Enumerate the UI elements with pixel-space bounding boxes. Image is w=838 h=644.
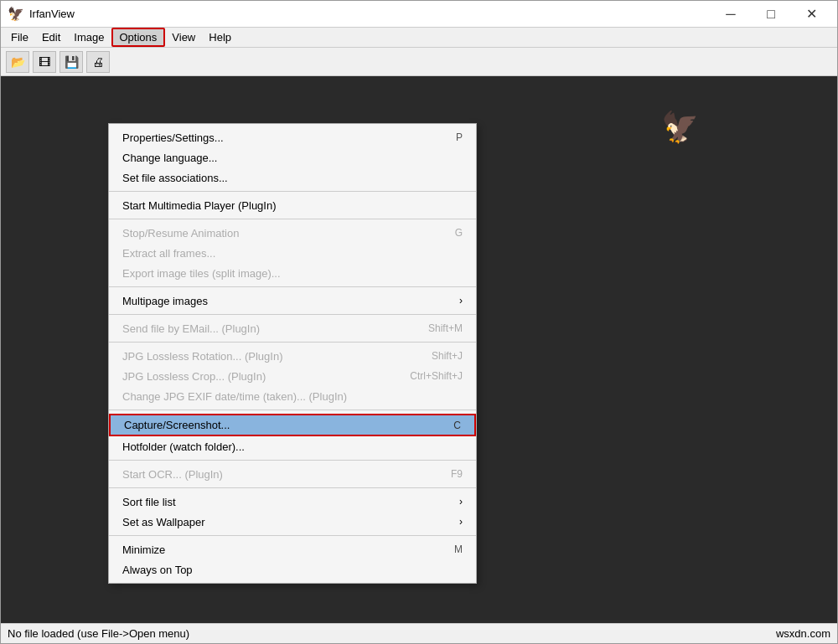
menu-sort-list[interactable]: Sort file list ›	[109, 492, 476, 512]
window-controls: ─ □ ✕	[711, 1, 830, 28]
wallpaper-arrow: ›	[459, 516, 463, 528]
separator-2	[109, 219, 476, 219]
status-right: wsxdn.com	[776, 627, 830, 640]
status-text: No file loaded (use File->Open menu)	[8, 627, 189, 640]
filmstrip-button[interactable]: 🎞	[33, 51, 56, 73]
sort-list-arrow: ›	[459, 496, 463, 507]
menu-send-email: Send file by EMail... (PlugIn) Shift+M	[109, 318, 476, 338]
status-bar: No file loaded (use File->Open menu) wsx…	[1, 623, 837, 643]
print-button[interactable]: 🖨	[86, 51, 110, 73]
irfanview-logo: 🦅	[661, 110, 703, 152]
menu-hotfolder[interactable]: Hotfolder (watch folder)...	[109, 436, 476, 456]
separator-5	[109, 342, 476, 343]
menu-always-top[interactable]: Always on Top	[109, 559, 476, 580]
app-icon: 🦅	[8, 6, 24, 23]
open-button[interactable]: 📂	[6, 51, 29, 73]
menu-file-associations[interactable]: Set file associations...	[109, 167, 476, 188]
minimize-button[interactable]: ─	[711, 1, 750, 28]
title-bar: 🦅 IrfanView ─ □ ✕	[1, 1, 837, 28]
dropdown-menu: Properties/Settings... P Change language…	[108, 123, 477, 584]
menu-multipage[interactable]: Multipage images ›	[109, 291, 476, 311]
menu-bar: File Edit Image Options View Help	[1, 28, 837, 48]
menu-multimedia[interactable]: Start Multimedia Player (PlugIn)	[109, 195, 476, 215]
app-window: 🦅 IrfanView ─ □ ✕ File Edit Image Option…	[0, 0, 838, 644]
menu-image[interactable]: Image	[67, 29, 111, 45]
close-button[interactable]: ✕	[792, 1, 830, 28]
menu-extract-frames: Extract all frames...	[109, 243, 476, 263]
save-button[interactable]: 💾	[59, 51, 83, 73]
menu-stop-animation: Stop/Resume Animation G	[109, 223, 476, 243]
menu-options[interactable]: Options	[111, 28, 166, 47]
separator-8	[109, 487, 476, 488]
menu-start-ocr: Start OCR... (PlugIn) F9	[109, 464, 476, 484]
menu-edit[interactable]: Edit	[35, 29, 67, 45]
menu-export-tiles: Export image tiles (split image)...	[109, 263, 476, 283]
separator-6	[109, 410, 476, 410]
separator-1	[109, 191, 476, 192]
main-content: 🦅 Properties/Settings... P Change langua…	[1, 76, 837, 623]
menu-minimize[interactable]: Minimize M	[109, 539, 476, 559]
menu-view[interactable]: View	[165, 29, 202, 45]
menu-jpg-exif: Change JPG EXIF date/time (taken)... (Pl…	[109, 386, 476, 406]
separator-7	[109, 460, 476, 461]
menu-help[interactable]: Help	[202, 29, 238, 45]
separator-9	[109, 535, 476, 536]
separator-4	[109, 314, 476, 315]
menu-jpg-crop: JPG Lossless Crop... (PlugIn) Ctrl+Shift…	[109, 366, 476, 386]
options-dropdown: Properties/Settings... P Change language…	[108, 123, 477, 584]
menu-jpg-rotation: JPG Lossless Rotation... (PlugIn) Shift+…	[109, 346, 476, 366]
menu-file[interactable]: File	[4, 29, 35, 45]
separator-3	[109, 286, 476, 287]
menu-properties[interactable]: Properties/Settings... P	[109, 127, 476, 147]
menu-wallpaper[interactable]: Set as Wallpaper ›	[109, 512, 476, 532]
window-title: IrfanView	[29, 8, 711, 20]
menu-change-language[interactable]: Change language...	[109, 147, 476, 167]
maximize-button[interactable]: □	[752, 1, 790, 28]
multipage-arrow: ›	[459, 295, 463, 307]
toolbar: 📂 🎞 💾 🖨	[1, 48, 837, 76]
menu-capture[interactable]: Capture/Screenshot... C	[109, 414, 476, 436]
